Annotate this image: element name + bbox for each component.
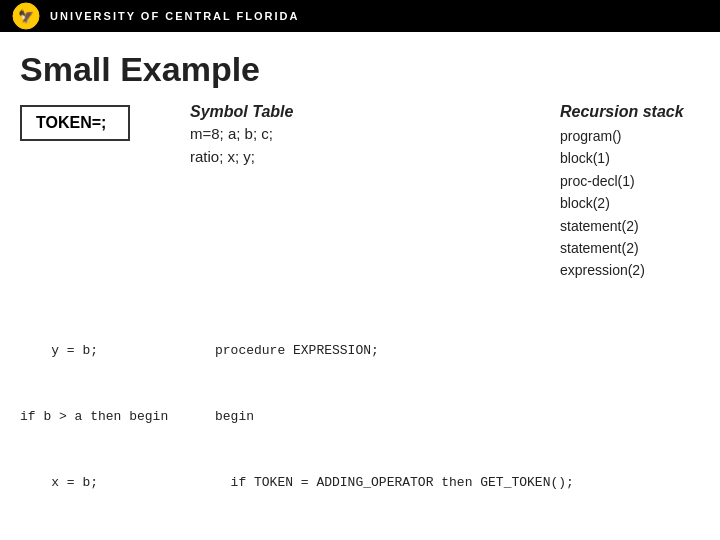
recursion-stack-section: Recursion stack program() block(1) proc-… bbox=[560, 103, 700, 282]
stack-item-3: block(2) bbox=[560, 192, 700, 214]
left-line-1: y = b; bbox=[20, 340, 205, 362]
slide-content: Small Example TOKEN= ; Symbol Table m=8;… bbox=[0, 32, 720, 540]
right-code-block: procedure EXPRESSION; begin if TOKEN = A… bbox=[215, 296, 700, 540]
code-section: y = b; if b > a then begin x = b; y = a;… bbox=[20, 296, 700, 540]
symbol-table-label: Symbol Table bbox=[190, 103, 530, 121]
procedure-line: procedure EXPRESSION; bbox=[215, 340, 700, 362]
university-name: UNIVERSITY OF CENTRAL FLORIDA bbox=[50, 10, 300, 22]
stack-item-5: statement(2) bbox=[560, 237, 700, 259]
stack-item-2: proc-decl(1) bbox=[560, 170, 700, 192]
right-code-wrapper: procedure EXPRESSION; begin if TOKEN = A… bbox=[215, 296, 700, 540]
ucf-logo-icon: 🦅 bbox=[12, 2, 40, 30]
top-section: TOKEN= ; Symbol Table m=8; a; b; c; rati… bbox=[20, 103, 700, 282]
symbol-table-line1: m=8; a; b; c; bbox=[190, 123, 530, 146]
token-box: TOKEN= ; bbox=[20, 105, 130, 141]
begin-line: begin bbox=[215, 406, 700, 428]
token-value: ; bbox=[101, 114, 106, 132]
stack-item-4: statement(2) bbox=[560, 215, 700, 237]
left-line-3: x = b; bbox=[20, 472, 205, 494]
svg-text:🦅: 🦅 bbox=[18, 8, 35, 25]
left-line-2: if b > a then begin bbox=[20, 406, 205, 428]
recursion-stack-items: program() block(1) proc-decl(1) block(2)… bbox=[560, 125, 700, 282]
stack-item-0: program() bbox=[560, 125, 700, 147]
stack-item-1: block(1) bbox=[560, 147, 700, 169]
token-label: TOKEN= bbox=[36, 114, 101, 132]
if-line: if TOKEN = ADDING_OPERATOR then GET_TOKE… bbox=[215, 472, 700, 494]
symbol-table-content: m=8; a; b; c; ratio; x; y; bbox=[190, 123, 530, 168]
slide-title: Small Example bbox=[20, 50, 700, 89]
left-code-block: y = b; if b > a then begin x = b; y = a;… bbox=[20, 296, 205, 540]
stack-item-6: expression(2) bbox=[560, 259, 700, 281]
header-bar: 🦅 UNIVERSITY OF CENTRAL FLORIDA bbox=[0, 0, 720, 32]
symbol-table-line2: ratio; x; y; bbox=[190, 146, 530, 169]
recursion-stack-label: Recursion stack bbox=[560, 103, 700, 121]
symbol-table-section: Symbol Table m=8; a; b; c; ratio; x; y; bbox=[190, 103, 530, 168]
